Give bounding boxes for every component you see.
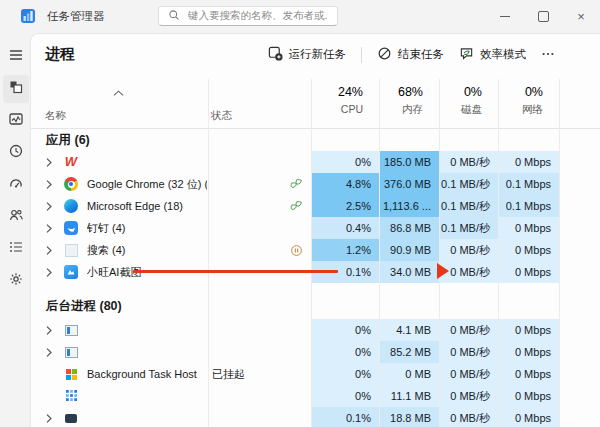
minimize-button[interactable] [486, 0, 524, 33]
network-cell: 0 Mbps [499, 261, 559, 283]
efficiency-icon [459, 46, 474, 63]
sidebar-item-app-history[interactable] [3, 139, 29, 167]
users-icon [8, 207, 24, 227]
page-title: 进程 [45, 45, 75, 64]
status-cell [209, 319, 309, 341]
process-row[interactable]: 0.1%18.8 MB0 MB/秒0 Mbps [31, 407, 600, 427]
toolbar-separator [361, 47, 362, 63]
table-header: 名称 状态 24% CPU 68% 内存 0% 磁盘 0% 网络 [31, 76, 600, 129]
sidebar-item-performance[interactable] [3, 107, 29, 135]
sidebar-item-processes[interactable] [3, 75, 29, 103]
close-button[interactable]: × [562, 0, 600, 33]
column-header-disk[interactable]: 0% 磁盘 [440, 85, 490, 117]
disk-cell: 0 MB/秒 [440, 363, 498, 385]
content-card: 进程 运行新任务结束任务效率模式 名称 状态 24% CPU 68% 内存 0%… [30, 33, 600, 427]
process-row[interactable]: 0%4.1 MB0 MB/秒0 Mbps [31, 319, 600, 341]
search-box[interactable]: 键入要搜索的名称、发布者或... [158, 6, 338, 26]
toolbar-button-label: 运行新任务 [289, 47, 347, 62]
name-cell [31, 341, 208, 363]
status-text: 已挂起 [212, 367, 245, 382]
chrome-icon [64, 177, 78, 191]
leaf-icon [289, 178, 303, 191]
name-cell [31, 385, 208, 407]
app-window-icon [65, 347, 78, 358]
memory-cell: 11.1 MB [380, 385, 439, 407]
edge-icon [64, 199, 78, 213]
network-cell: 0 Mbps [499, 407, 559, 427]
memory-cell: 18.8 MB [380, 407, 439, 427]
group-header[interactable]: 后台进程 (80) [31, 291, 600, 319]
sidebar-item-menu[interactable] [3, 43, 29, 71]
process-row[interactable]: Microsoft Edge (18) 2.5%1,113.6 ...0.1 M… [31, 195, 600, 217]
column-header-cpu[interactable]: 24% CPU [312, 85, 371, 115]
performance-icon [8, 111, 24, 131]
disk-cell: 0 MB/秒 [440, 385, 498, 407]
memory-cell: 376.0 MB [380, 173, 439, 195]
status-cell [209, 385, 309, 407]
toolbar-button-label: 结束任务 [398, 47, 444, 62]
column-header-memory[interactable]: 68% 内存 [380, 85, 431, 117]
network-cell: 0.1 Mbps [499, 195, 559, 217]
sidebar-item-startup-apps[interactable] [3, 171, 29, 199]
process-row[interactable]: W 0%185.0 MB0 MB/秒0 Mbps [31, 151, 600, 173]
expand-chevron-icon[interactable] [45, 413, 55, 424]
expand-chevron-icon[interactable] [45, 245, 55, 256]
disk-cell: 0 MB/秒 [440, 239, 498, 261]
sidebar-nav [0, 33, 30, 427]
status-cell [209, 239, 309, 261]
sidebar-item-users[interactable] [3, 203, 29, 231]
sidebar-item-details[interactable] [3, 235, 29, 263]
expand-chevron-icon[interactable] [45, 201, 55, 212]
network-cell: 0 Mbps [499, 217, 559, 239]
titlebar: 任务管理器 键入要搜索的名称、发布者或... × [0, 0, 600, 33]
microsoft-logo-icon [66, 369, 77, 380]
process-row[interactable]: 钉钉 (4) 0.4%86.8 MB0.1 MB/秒0 Mbps [31, 217, 600, 239]
group-gap [31, 283, 600, 291]
process-row[interactable]: Background Task Host 已挂起0%0 MB0 MB/秒0 Mb… [31, 363, 600, 385]
column-header-name[interactable]: 名称 [45, 109, 66, 123]
network-cell: 0 Mbps [499, 363, 559, 385]
process-row[interactable]: 0%85.2 MB0 MB/秒0 Mbps [31, 341, 600, 363]
name-cell: 钉钉 (4) [31, 217, 208, 239]
cpu-cell: 0% [312, 319, 379, 341]
column-header-status[interactable]: 状态 [211, 109, 232, 123]
disk-cell: 0.1 MB/秒 [440, 173, 498, 195]
process-row[interactable]: 0%11.1 MB0 MB/秒0 Mbps [31, 385, 600, 407]
name-cell: W [31, 151, 208, 173]
process-row[interactable]: Google Chrome (32 位) (11) 4.8%376.0 MB0.… [31, 173, 600, 195]
expand-chevron-icon[interactable] [45, 223, 55, 234]
status-cell [209, 173, 309, 195]
expand-chevron-icon[interactable] [45, 325, 55, 336]
status-cell [209, 151, 309, 173]
more-options-button[interactable] [541, 47, 555, 63]
toolbar-button-label: 效率模式 [480, 47, 526, 62]
toolbar-button-3[interactable]: 效率模式 [459, 46, 526, 63]
toolbar-button-1[interactable]: 运行新任务 [268, 46, 347, 63]
task-manager-window: 任务管理器 键入要搜索的名称、发布者或... × 进程 运行新任务结束任务效率模… [0, 0, 600, 427]
column-header-network[interactable]: 0% 网络 [499, 85, 551, 117]
maximize-button[interactable] [524, 0, 562, 33]
expand-chevron-icon[interactable] [45, 347, 55, 358]
disk-cell: 0 MB/秒 [440, 341, 498, 363]
cpu-cell: 0% [312, 151, 379, 173]
expand-chevron-icon[interactable] [45, 157, 55, 168]
expand-chevron-icon[interactable] [45, 267, 55, 278]
name-cell: 搜索 (4) [31, 239, 208, 261]
cpu-cell: 0% [312, 385, 379, 407]
dark-app-icon [65, 414, 77, 423]
memory-cell: 185.0 MB [380, 151, 439, 173]
disk-cell: 0.1 MB/秒 [440, 217, 498, 239]
memory-cell: 90.9 MB [380, 239, 439, 261]
process-row[interactable]: 搜索 (4) 1.2%90.9 MB0 MB/秒0 Mbps [31, 239, 600, 261]
name-cell [31, 407, 208, 427]
toolbar-button-2[interactable]: 结束任务 [377, 46, 444, 63]
status-cell [209, 341, 309, 363]
cpu-cell: 4.8% [312, 173, 379, 195]
sidebar-item-services[interactable] [3, 267, 29, 295]
network-cell: 0.1 Mbps [499, 173, 559, 195]
process-name: Background Task Host [87, 368, 197, 380]
disk-cell: 0.1 MB/秒 [440, 195, 498, 217]
expand-chevron-icon[interactable] [45, 179, 55, 190]
services-icon [8, 271, 24, 291]
group-header[interactable]: 应用 (6) [31, 129, 600, 151]
